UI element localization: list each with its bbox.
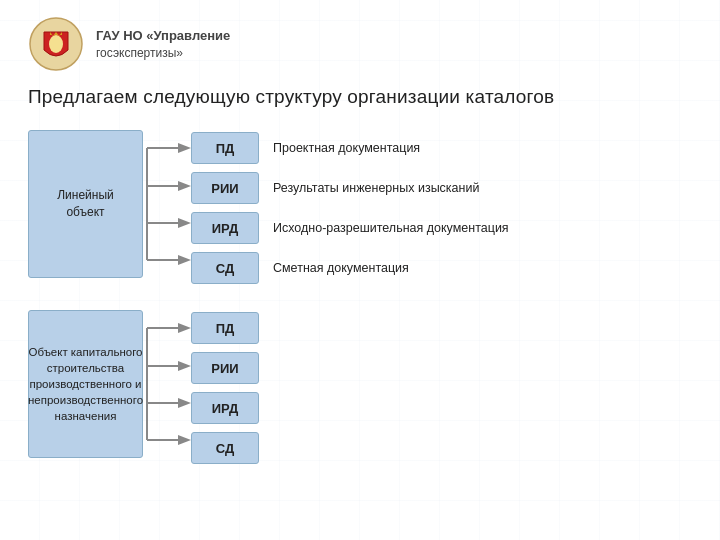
header: ГАУ НО «Управление госэкспертизы» bbox=[28, 16, 692, 72]
svg-marker-15 bbox=[178, 361, 191, 371]
connector-svg-1 bbox=[143, 130, 191, 278]
svg-marker-4 bbox=[178, 143, 191, 153]
svg-marker-13 bbox=[178, 323, 191, 333]
doc-row-2-ird: ИРД bbox=[191, 390, 259, 426]
category-box-1: Линейный объект bbox=[28, 130, 143, 278]
category-box-2: Объект капитального строительства произв… bbox=[28, 310, 143, 458]
svg-marker-6 bbox=[178, 181, 191, 191]
doc-box-2-sd: СД bbox=[191, 432, 259, 464]
doc-label-rii: Результаты инженерных изысканий bbox=[273, 181, 479, 195]
doc-box-pd: ПД bbox=[191, 132, 259, 164]
svg-marker-10 bbox=[178, 255, 191, 265]
svg-point-1 bbox=[49, 35, 63, 53]
doc-row-ird: ИРД Исходно-разрешительная документация bbox=[191, 210, 509, 246]
doc-box-2-ird: ИРД bbox=[191, 392, 259, 424]
doc-box-2-pd: ПД bbox=[191, 312, 259, 344]
section2: Объект капитального строительства произв… bbox=[28, 310, 692, 466]
doc-box-2-rii: РИИ bbox=[191, 352, 259, 384]
doc-label-sd: Сметная документация bbox=[273, 261, 409, 275]
diagram-container: Линейный объект ПД bbox=[28, 130, 692, 466]
doc-list-2: ПД РИИ ИРД СД bbox=[191, 310, 259, 466]
doc-row-sd: СД Сметная документация bbox=[191, 250, 509, 286]
page-title: Предлагаем следующую структуру организац… bbox=[28, 86, 692, 108]
org-name-line2: госэкспертизы» bbox=[96, 45, 230, 62]
svg-marker-19 bbox=[178, 435, 191, 445]
connector-svg-2 bbox=[143, 310, 191, 458]
doc-label-pd: Проектная документация bbox=[273, 141, 420, 155]
svg-marker-8 bbox=[178, 218, 191, 228]
doc-row-2-sd: СД bbox=[191, 430, 259, 466]
doc-box-rii: РИИ bbox=[191, 172, 259, 204]
doc-list-1: ПД Проектная документация РИИ Результаты… bbox=[191, 130, 509, 286]
doc-row-2-rii: РИИ bbox=[191, 350, 259, 386]
logo-icon bbox=[28, 16, 84, 72]
page-content: ГАУ НО «Управление госэкспертизы» Предла… bbox=[0, 0, 720, 482]
doc-row-2-pd: ПД bbox=[191, 310, 259, 346]
category-label-2: Объект капитального строительства произв… bbox=[28, 344, 143, 424]
doc-box-sd: СД bbox=[191, 252, 259, 284]
svg-marker-17 bbox=[178, 398, 191, 408]
doc-label-ird: Исходно-разрешительная документация bbox=[273, 221, 509, 235]
header-text: ГАУ НО «Управление госэкспертизы» bbox=[96, 27, 230, 62]
doc-row-rii: РИИ Результаты инженерных изысканий bbox=[191, 170, 509, 206]
doc-box-ird: ИРД bbox=[191, 212, 259, 244]
section1: Линейный объект ПД bbox=[28, 130, 692, 286]
category-label-1: Линейный объект bbox=[39, 187, 132, 221]
org-name-line1: ГАУ НО «Управление bbox=[96, 27, 230, 45]
doc-row-pd: ПД Проектная документация bbox=[191, 130, 509, 166]
